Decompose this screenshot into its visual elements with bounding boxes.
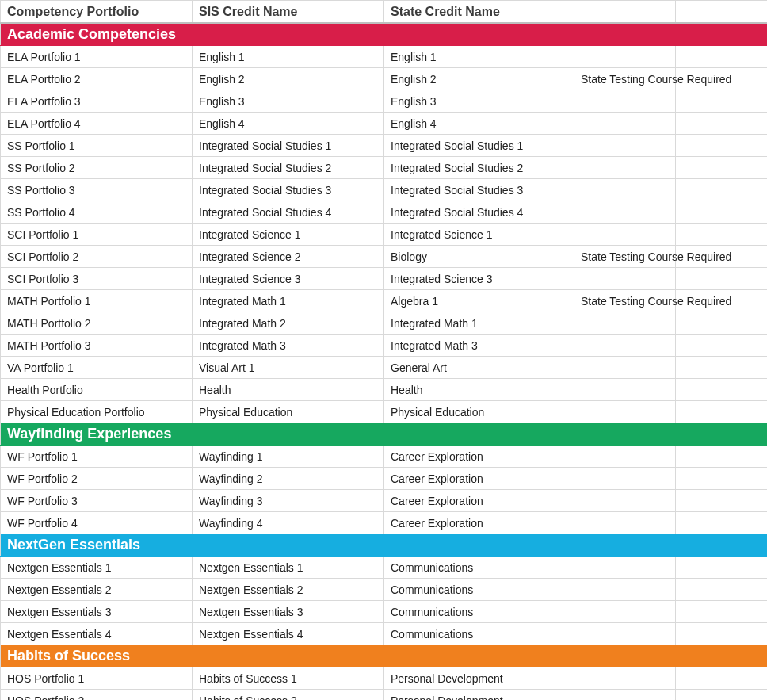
cell-col1[interactable]: HOS Portfolio 1	[1, 667, 193, 690]
cell-col1[interactable]: Nextgen Essentials 3	[1, 601, 193, 623]
cell-col3[interactable]: English 3	[384, 90, 574, 113]
cell-col2[interactable]: Nextgen Essentials 3	[193, 601, 384, 623]
cell-col5[interactable]	[676, 690, 768, 701]
cell-col2[interactable]: Integrated Social Studies 3	[193, 179, 384, 201]
cell-col4[interactable]	[574, 623, 676, 645]
cell-col1[interactable]: ELA Portfolio 4	[1, 113, 193, 135]
cell-col3[interactable]: Integrated Science 3	[384, 268, 574, 290]
cell-col5[interactable]	[676, 579, 768, 601]
cell-col4[interactable]	[574, 113, 676, 135]
cell-col5[interactable]	[676, 224, 768, 246]
cell-col5[interactable]	[676, 446, 768, 468]
cell-col5[interactable]	[676, 312, 768, 335]
cell-col4[interactable]	[574, 201, 676, 224]
section-title-empty[interactable]	[574, 423, 676, 446]
cell-col5[interactable]	[676, 623, 768, 645]
cell-col1[interactable]: SS Portfolio 4	[1, 201, 193, 224]
cell-col1[interactable]: WF Portfolio 2	[1, 468, 193, 490]
cell-col5[interactable]	[676, 268, 768, 290]
cell-col2[interactable]: Nextgen Essentials 4	[193, 623, 384, 645]
cell-col4[interactable]: State Testing Course Required	[574, 290, 676, 312]
cell-col2[interactable]: Integrated Science 1	[193, 224, 384, 246]
cell-col4[interactable]	[574, 157, 676, 179]
section-title-empty[interactable]	[384, 645, 574, 667]
header-empty-5[interactable]	[676, 1, 768, 24]
cell-col1[interactable]: MATH Portfolio 2	[1, 312, 193, 335]
cell-col1[interactable]: SS Portfolio 3	[1, 179, 193, 201]
cell-col2[interactable]: Integrated Science 3	[193, 268, 384, 290]
section-title-empty[interactable]	[574, 534, 676, 557]
cell-col5[interactable]	[676, 135, 768, 157]
cell-col2[interactable]: Integrated Math 1	[193, 290, 384, 312]
cell-col3[interactable]: English 2	[384, 68, 574, 90]
cell-col3[interactable]: Integrated Science 1	[384, 224, 574, 246]
section-title-empty[interactable]	[193, 645, 384, 667]
cell-col3[interactable]: Biology	[384, 246, 574, 268]
cell-col3[interactable]: Integrated Social Studies 2	[384, 157, 574, 179]
cell-col5[interactable]	[676, 601, 768, 623]
cell-col4[interactable]: State Testing Course Required	[574, 246, 676, 268]
cell-col3[interactable]: Communications	[384, 579, 574, 601]
cell-col3[interactable]: Career Exploration	[384, 512, 574, 534]
cell-col4[interactable]: State Testing Course Required	[574, 68, 676, 90]
section-title[interactable]: NextGen Essentials	[1, 534, 193, 557]
cell-col1[interactable]: ELA Portfolio 2	[1, 68, 193, 90]
cell-col4[interactable]	[574, 690, 676, 701]
cell-col3[interactable]: Integrated Math 1	[384, 312, 574, 335]
cell-col3[interactable]: Integrated Social Studies 4	[384, 201, 574, 224]
cell-col2[interactable]: Wayfinding 3	[193, 490, 384, 512]
cell-col5[interactable]	[676, 512, 768, 534]
cell-col5[interactable]	[676, 557, 768, 579]
cell-col4[interactable]	[574, 667, 676, 690]
cell-col2[interactable]: Integrated Math 3	[193, 335, 384, 357]
cell-col3[interactable]: Personal Development	[384, 690, 574, 701]
cell-col4[interactable]	[574, 401, 676, 423]
header-empty-4[interactable]	[574, 1, 676, 24]
cell-col2[interactable]: Habits of Success 2	[193, 690, 384, 701]
cell-col3[interactable]: Career Exploration	[384, 446, 574, 468]
cell-col3[interactable]: Career Exploration	[384, 468, 574, 490]
cell-col3[interactable]: Communications	[384, 601, 574, 623]
cell-col5[interactable]	[676, 46, 768, 68]
cell-col3[interactable]: Communications	[384, 557, 574, 579]
cell-col5[interactable]	[676, 468, 768, 490]
header-sis-credit-name[interactable]: SIS Credit Name	[193, 1, 384, 24]
cell-col1[interactable]: Health Portfolio	[1, 379, 193, 401]
cell-col1[interactable]: ELA Portfolio 1	[1, 46, 193, 68]
cell-col5[interactable]	[676, 490, 768, 512]
cell-col1[interactable]: WF Portfolio 1	[1, 446, 193, 468]
cell-col4[interactable]	[574, 312, 676, 335]
cell-col4[interactable]	[574, 379, 676, 401]
cell-col5[interactable]	[676, 179, 768, 201]
cell-col1[interactable]: SS Portfolio 2	[1, 157, 193, 179]
section-title[interactable]: Wayfinding Experiences	[1, 423, 193, 446]
cell-col1[interactable]: SS Portfolio 1	[1, 135, 193, 157]
section-title-empty[interactable]	[574, 23, 676, 46]
cell-col3[interactable]: Integrated Social Studies 3	[384, 179, 574, 201]
cell-col1[interactable]: MATH Portfolio 1	[1, 290, 193, 312]
cell-col1[interactable]: MATH Portfolio 3	[1, 335, 193, 357]
cell-col5[interactable]	[676, 113, 768, 135]
cell-col1[interactable]: WF Portfolio 4	[1, 512, 193, 534]
cell-col1[interactable]: Physical Education Portfolio	[1, 401, 193, 423]
cell-col3[interactable]: Physical Education	[384, 401, 574, 423]
section-title-empty[interactable]	[676, 534, 768, 557]
cell-col4[interactable]	[574, 224, 676, 246]
cell-col4[interactable]	[574, 557, 676, 579]
cell-col3[interactable]: Personal Development	[384, 667, 574, 690]
section-title-empty[interactable]	[574, 645, 676, 667]
cell-col3[interactable]: Algebra 1	[384, 290, 574, 312]
section-title[interactable]: Habits of Success	[1, 645, 193, 667]
cell-col2[interactable]: Wayfinding 2	[193, 468, 384, 490]
cell-col3[interactable]: English 1	[384, 46, 574, 68]
cell-col1[interactable]: Nextgen Essentials 1	[1, 557, 193, 579]
cell-col3[interactable]: Health	[384, 379, 574, 401]
cell-col2[interactable]: Wayfinding 4	[193, 512, 384, 534]
header-state-credit-name[interactable]: State Credit Name	[384, 1, 574, 24]
cell-col1[interactable]: SCI Portfolio 2	[1, 246, 193, 268]
cell-col3[interactable]: Career Exploration	[384, 490, 574, 512]
cell-col1[interactable]: HOS Portfolio 2	[1, 690, 193, 701]
section-title-empty[interactable]	[384, 534, 574, 557]
cell-col1[interactable]: VA Portfolio 1	[1, 357, 193, 379]
cell-col2[interactable]: Nextgen Essentials 1	[193, 557, 384, 579]
